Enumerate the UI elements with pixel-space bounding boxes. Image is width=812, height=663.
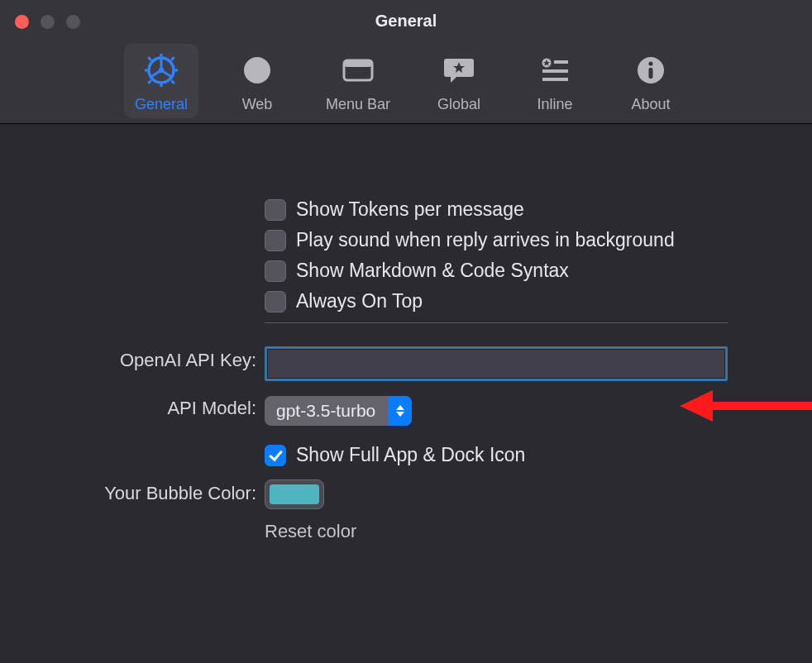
checkbox-play-sound[interactable]: Play sound when reply arrives in backgro…: [265, 229, 736, 251]
svg-point-24: [648, 61, 652, 65]
tab-label: Web: [242, 96, 273, 113]
checkbox-show-tokens[interactable]: Show Tokens per message: [265, 198, 736, 221]
gear-icon: [144, 53, 179, 88]
svg-line-4: [152, 70, 161, 76]
bubble-color-label: Your Bubble Color:: [0, 479, 265, 504]
checkbox-label: Show Markdown & Code Syntax: [296, 260, 569, 282]
preferences-toolbar: General Web Menu Bar: [0, 44, 812, 118]
checkbox-show-full-app[interactable]: Show Full App & Dock Icon: [265, 444, 736, 466]
svg-line-11: [149, 81, 150, 83]
checkbox-always-on-top[interactable]: Always On Top: [265, 290, 736, 312]
api-key-label: OpenAI API Key:: [0, 346, 265, 371]
svg-rect-20: [554, 60, 568, 64]
checkbox-label: Always On Top: [296, 290, 423, 312]
reset-color-button[interactable]: Reset color: [265, 521, 736, 542]
svg-line-9: [149, 58, 150, 60]
api-model-value: gpt-3.5-turbo: [265, 401, 389, 421]
checkbox-label: Show Full App & Dock Icon: [296, 444, 525, 466]
divider: [265, 322, 728, 323]
tab-label: Inline: [537, 96, 573, 113]
svg-line-3: [161, 70, 170, 76]
info-icon: [633, 53, 668, 88]
svg-rect-22: [542, 78, 568, 81]
checkbox-show-markdown[interactable]: Show Markdown & Code Syntax: [265, 260, 736, 282]
tab-menu-bar[interactable]: Menu Bar: [316, 44, 400, 118]
svg-rect-16: [344, 60, 372, 67]
checkbox-icon: [265, 260, 286, 282]
preferences-content: Show Tokens per message Play sound when …: [0, 124, 812, 542]
svg-line-12: [172, 81, 174, 83]
tab-global[interactable]: Global: [422, 44, 496, 118]
checkbox-icon: [265, 230, 286, 251]
tab-label: About: [631, 96, 670, 113]
tab-general[interactable]: General: [124, 44, 198, 118]
checkbox-icon: [265, 291, 286, 312]
tab-about[interactable]: About: [614, 44, 688, 118]
titlebar: General: [0, 0, 812, 124]
bubble-color-well[interactable]: [265, 479, 324, 509]
tab-web[interactable]: Web: [220, 44, 294, 118]
tab-label: Menu Bar: [326, 96, 390, 113]
select-stepper-icon: [389, 396, 412, 426]
api-model-label: API Model:: [0, 394, 265, 419]
tab-label: Global: [437, 96, 480, 113]
checkbox-label: Play sound when reply arrives in backgro…: [296, 229, 675, 251]
inline-list-icon: [537, 53, 572, 88]
tab-label: General: [135, 96, 188, 113]
checkbox-icon: [265, 199, 286, 221]
openai-api-key-input[interactable]: [265, 346, 728, 381]
api-model-select[interactable]: gpt-3.5-turbo: [265, 396, 412, 426]
svg-rect-25: [649, 68, 653, 79]
compass-icon: [240, 53, 275, 88]
svg-rect-21: [542, 69, 568, 73]
svg-line-10: [172, 58, 174, 60]
checkbox-label: Show Tokens per message: [296, 198, 524, 221]
menubar-icon: [341, 53, 375, 88]
svg-point-13: [244, 57, 270, 83]
star-chat-icon: [442, 53, 476, 88]
checkbox-icon: [265, 445, 286, 466]
window-title: General: [0, 12, 812, 31]
tab-inline[interactable]: Inline: [518, 44, 592, 118]
color-swatch: [270, 484, 319, 504]
